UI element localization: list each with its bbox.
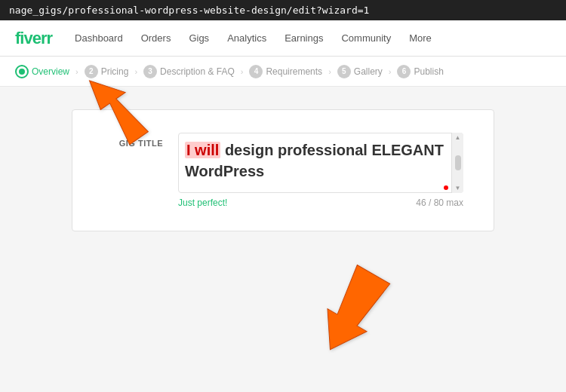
top-nav: fiverr Dashboard Orders Gigs Analytics E… — [0, 20, 566, 57]
wizard-step-publish[interactable]: 6 Publish — [397, 65, 443, 78]
svg-marker-1 — [311, 263, 393, 361]
error-dot — [444, 185, 448, 190]
step-label-description: Description & FAQ — [160, 66, 235, 77]
chevron-2: › — [134, 67, 137, 76]
title-body-text: design professional ELEGANT WordPress — [185, 142, 444, 179]
step-circle-description: 3 — [143, 65, 157, 78]
scroll-down-icon[interactable]: ▼ — [455, 185, 461, 191]
hint-positive: Just perfect! — [178, 198, 227, 208]
url-bar: nage_gigs/professional-wordpress-website… — [0, 0, 566, 20]
wizard-step-description[interactable]: 3 Description & FAQ — [143, 65, 235, 78]
step-label-gallery: Gallery — [354, 66, 383, 77]
main-content: GIG TITLE I will design professional ELE… — [0, 87, 566, 254]
hint-count: 46 / 80 max — [416, 198, 463, 208]
scrollbar[interactable]: ▲ ▼ — [451, 133, 463, 193]
scroll-up-icon[interactable]: ▲ — [455, 134, 461, 141]
nav-menu: Dashboard Orders Gigs Analytics Earnings… — [75, 32, 432, 44]
wizard-step-requirements[interactable]: 4 Requirements — [249, 65, 322, 78]
nav-orders[interactable]: Orders — [141, 32, 171, 44]
form-card: GIG TITLE I will design professional ELE… — [72, 109, 494, 231]
step-label-pricing: Pricing — [101, 66, 129, 77]
i-will-text: I will — [185, 142, 220, 158]
wizard-breadcrumb: Overview › 2 Pricing › 3 Description & F… — [0, 57, 566, 87]
step-dot-overview — [15, 65, 29, 78]
scroll-thumb[interactable] — [455, 155, 461, 170]
nav-analytics[interactable]: Analytics — [227, 32, 266, 44]
step-circle-publish: 6 — [397, 65, 411, 78]
wizard-step-gallery[interactable]: 5 Gallery — [337, 65, 383, 78]
step-circle-gallery: 5 — [337, 65, 351, 78]
step-circle-pricing: 2 — [85, 65, 98, 78]
gig-title-row: GIG TITLE I will design professional ELE… — [103, 133, 463, 208]
url-text: nage_gigs/professional-wordpress-website… — [9, 5, 369, 16]
logo: fiverr — [15, 29, 52, 48]
chevron-1: › — [75, 67, 78, 76]
chevron-4: › — [328, 67, 331, 76]
gig-title-label: GIG TITLE — [103, 133, 163, 148]
wizard-step-overview[interactable]: Overview — [15, 65, 69, 78]
nav-community[interactable]: Community — [341, 32, 391, 44]
gig-title-display: I will design professional ELEGANT WordP… — [178, 133, 463, 193]
gig-title-input-wrapper: I will design professional ELEGANT WordP… — [178, 133, 463, 208]
nav-dashboard[interactable]: Dashboard — [75, 32, 123, 44]
step-label-overview: Overview — [32, 66, 69, 77]
nav-gigs[interactable]: Gigs — [189, 32, 209, 44]
nav-more[interactable]: More — [409, 32, 432, 44]
chevron-3: › — [241, 67, 244, 76]
step-label-publish: Publish — [414, 66, 443, 77]
chevron-5: › — [389, 67, 392, 76]
form-hints: Just perfect! 46 / 80 max — [178, 198, 463, 208]
wizard-step-pricing[interactable]: 2 Pricing — [85, 65, 129, 78]
step-label-requirements: Requirements — [266, 66, 322, 77]
nav-earnings[interactable]: Earnings — [285, 32, 323, 44]
step-circle-requirements: 4 — [249, 65, 263, 78]
